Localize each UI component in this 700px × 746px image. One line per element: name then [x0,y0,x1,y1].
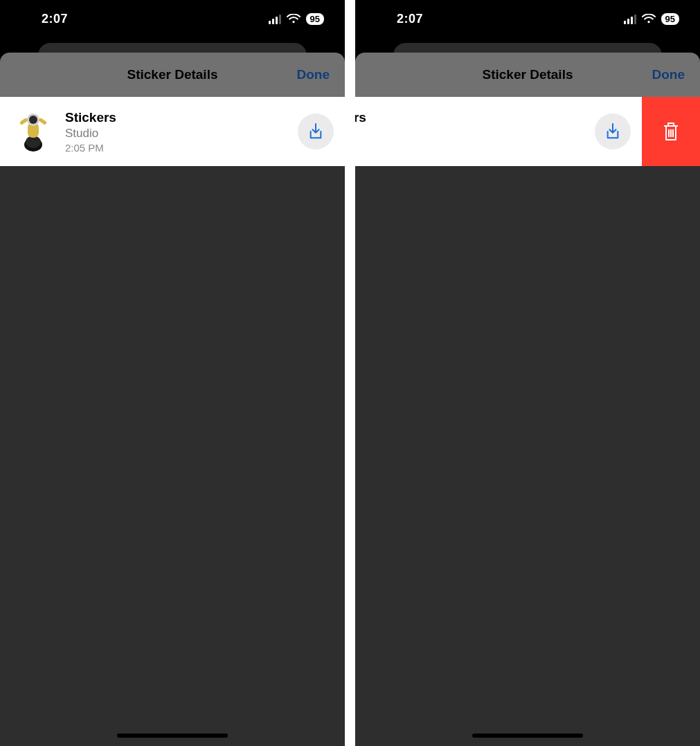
sheet-header: Sticker Details Done [355,53,700,97]
sticker-pack-time: 2:05 PM [355,142,595,154]
trash-icon [661,120,681,143]
phone-left: 2:07 95 Sticker Details Done [0,0,345,746]
download-button[interactable] [298,113,334,149]
battery-badge: 95 [661,13,679,25]
home-indicator[interactable] [117,734,228,738]
svg-rect-7 [38,118,47,125]
svg-point-0 [292,21,294,23]
cellular-icon [624,15,636,24]
status-bar: 2:07 95 [0,0,345,38]
wifi-icon [642,14,656,24]
svg-point-8 [647,21,649,23]
sticker-list: Stickers Studio 2:05 PM [355,97,700,166]
sticker-pack-subtitle: Studio [65,127,298,140]
sticker-list: Stickers Studio 2:05 PM [0,97,345,166]
sticker-pack-title: Stickers [65,110,298,125]
cellular-icon [269,15,281,24]
status-right: 95 [624,13,679,25]
phone-right: 2:07 95 Sticker Details Done Stickers [355,0,700,746]
sheet-body [0,166,345,746]
sticker-pack-title: Stickers [355,110,595,125]
sheet-body [355,166,700,746]
status-time: 2:07 [397,12,423,26]
download-icon [308,122,323,140]
done-button[interactable]: Done [297,67,330,82]
battery-badge: 95 [306,13,324,25]
delete-button[interactable] [642,97,700,166]
download-icon [605,122,620,140]
sticker-details-sheet: Sticker Details Done Stickers Studio 2:0… [355,53,700,746]
sticker-details-sheet: Sticker Details Done [0,53,345,746]
done-button[interactable]: Done [652,67,685,82]
list-row[interactable]: Stickers Studio 2:05 PM [355,97,700,166]
sticker-pack-subtitle: Studio [355,127,595,140]
sheet-title: Sticker Details [127,67,218,82]
home-indicator[interactable] [472,734,583,738]
status-right: 95 [269,13,324,25]
svg-rect-6 [19,118,28,125]
sticker-pack-time: 2:05 PM [65,142,298,154]
download-button[interactable] [595,113,631,149]
sheet-title: Sticker Details [483,67,573,82]
sticker-thumbnail [14,107,53,156]
status-time: 2:07 [42,12,68,26]
list-row[interactable]: Stickers Studio 2:05 PM [0,97,345,166]
wifi-icon [287,14,300,24]
sheet-header: Sticker Details Done [0,53,345,97]
status-bar: 2:07 95 [355,0,700,38]
svg-point-5 [29,116,37,124]
